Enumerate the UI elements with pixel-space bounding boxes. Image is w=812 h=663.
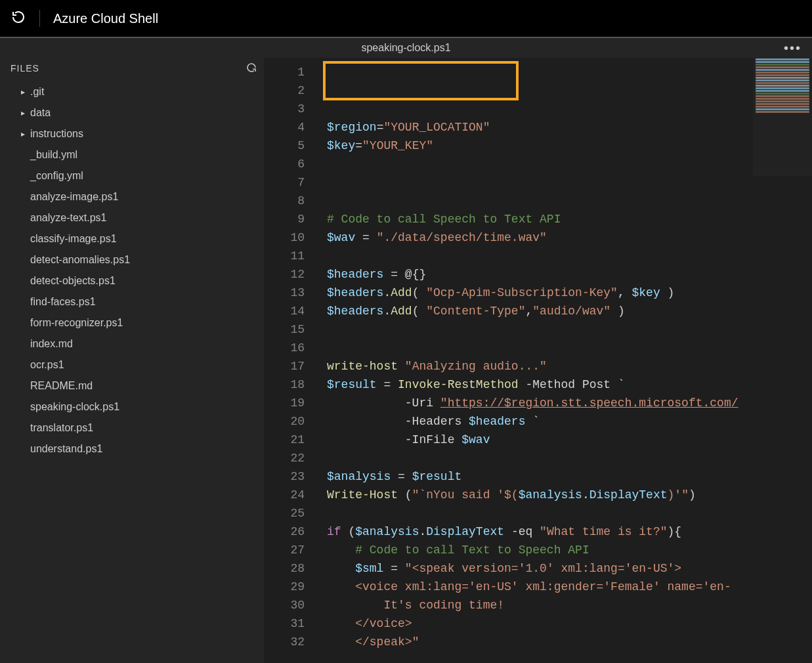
code-line-5[interactable] [327,192,812,210]
reload-icon[interactable] [11,9,26,28]
folder-item-1[interactable]: ▸data [0,102,264,123]
line-number: 25 [264,504,305,523]
line-number: 22 [264,449,305,467]
tab-filename[interactable]: speaking-clock.ps1 [361,42,450,54]
file-item-16[interactable]: translator.ps1 [0,417,264,438]
token-op: -Uri [327,396,440,410]
file-label: _config.yml [30,170,83,182]
code-line-17[interactable]: -Headers $headers ` [327,412,812,431]
file-item-9[interactable]: detect-objects.ps1 [0,270,264,291]
token-op: -eq [504,525,540,538]
line-number: 6 [264,155,305,173]
code-line-6[interactable]: # Code to call Speech to Text API [327,210,812,228]
line-number: 14 [264,302,305,320]
line-number: 1 [264,63,305,81]
line-number: 11 [264,247,305,265]
line-number: 31 [264,614,305,633]
code-line-22[interactable] [327,504,812,523]
token-link: "https://$region.stt.speech.microsoft.co… [440,396,738,410]
line-number: 17 [264,357,305,375]
file-label: classify-image.ps1 [30,233,117,245]
file-item-7[interactable]: classify-image.ps1 [0,228,264,249]
folder-item-2[interactable]: ▸instructions [0,123,264,144]
code-line-12[interactable] [327,320,812,339]
code-line-20[interactable]: $analysis = $result [327,467,812,486]
code-line-4[interactable] [327,173,812,192]
code-area[interactable]: $region="YOUR_LOCATION"$key="YOUR_KEY"# … [316,58,812,663]
line-number: 28 [264,559,305,578]
token-op: -Method Post ` [525,378,624,391]
token-str: "YOUR_KEY" [362,139,433,152]
token-op: -InFile [327,433,461,446]
token-punc: ){ [668,525,682,538]
file-item-6[interactable]: analyze-text.ps1 [0,207,264,228]
token-com: # Code to call Text to Speech API [355,544,589,557]
file-label: detect-anomalies.ps1 [30,254,130,266]
code-line-24[interactable]: # Code to call Text to Speech API [327,541,812,559]
code-line-19[interactable] [327,449,812,467]
file-item-4[interactable]: _config.yml [0,165,264,186]
code-line-29[interactable]: </speak>" [327,633,812,651]
code-line-11[interactable]: $headers.Add( "Content-Type","audio/wav"… [327,302,812,320]
file-item-10[interactable]: find-faces.ps1 [0,291,264,312]
code-line-23[interactable]: if ($analysis.DisplayText -eq "What time… [327,523,812,541]
folder-item-0[interactable]: ▸.git [0,81,264,102]
file-item-15[interactable]: speaking-clock.ps1 [0,396,264,417]
code-line-13[interactable] [327,339,812,357]
code-line-26[interactable]: <voice xml:lang='en-US' xml:gender='Fema… [327,578,812,596]
code-line-30[interactable] [327,651,812,663]
token-op: = [383,562,404,575]
code-line-28[interactable]: </voice> [327,614,812,633]
code-line-18[interactable]: -InFile $wav [327,431,812,449]
file-label: detect-objects.ps1 [30,275,116,287]
line-number: 27 [264,541,305,559]
token-var: DisplayText [426,525,504,538]
refresh-icon[interactable] [246,62,257,75]
code-line-7[interactable]: $wav = "./data/speech/time.wav" [327,228,812,247]
file-item-5[interactable]: analyze-image.ps1 [0,186,264,207]
token-str: <voice xml:lang='en-US' xml:gender='Fema… [355,580,731,593]
file-item-8[interactable]: detect-anomalies.ps1 [0,249,264,270]
token-str: </voice> [355,617,412,630]
sidebar-title: FILES [11,63,39,74]
code-line-27[interactable]: It's coding time! [327,596,812,614]
code-editor[interactable]: 1234567891011121314151617181920212223242… [264,58,812,663]
line-number: 12 [264,265,305,284]
code-line-16[interactable]: -Uri "https://$region.stt.speech.microso… [327,394,812,412]
code-line-2[interactable]: $key="YOUR_KEY" [327,137,812,155]
token-punc: , [618,286,632,299]
token-str: "audio/wav" [532,305,610,318]
file-explorer: FILES ▸.git▸data▸instructions_build.yml_… [0,58,264,663]
file-label: instructions [30,128,83,140]
code-line-14[interactable]: write-host "Analyzing audio..." [327,357,812,375]
token-op: = [391,470,412,483]
file-item-13[interactable]: ocr.ps1 [0,354,264,375]
token-var: DisplayText [589,488,668,502]
files-list: ▸.git▸data▸instructions_build.yml_config… [0,79,264,663]
file-item-3[interactable]: _build.yml [0,144,264,165]
file-item-11[interactable]: form-recognizer.ps1 [0,312,264,333]
token-str: "`nYou said '$( [412,488,519,502]
token-punc: ) [689,488,696,502]
code-line-3[interactable] [327,155,812,173]
token-str: "<speak version='1.0' xml:lang='en-US'> [405,562,681,575]
more-icon[interactable]: ••• [784,41,801,56]
file-item-17[interactable]: understand.ps1 [0,438,264,460]
code-line-1[interactable]: $region="YOUR_LOCATION" [327,118,812,137]
file-item-14[interactable]: README.md [0,375,264,396]
code-line-21[interactable]: Write-Host ("`nYou said '$($analysis.Dis… [327,486,812,504]
file-label: README.md [30,380,93,392]
code-line-15[interactable]: $result = Invoke-RestMethod -Method Post… [327,375,812,394]
token-punc: ( [412,305,427,318]
file-label: form-recognizer.ps1 [30,317,123,329]
code-line-8[interactable] [327,247,812,265]
file-label: .git [30,86,44,98]
file-item-12[interactable]: index.md [0,333,264,354]
token-op: -Headers [327,415,469,428]
title-bar: Azure Cloud Shell [0,0,812,37]
token-var: $wav [327,231,355,244]
code-line-9[interactable]: $headers = @{} [327,265,812,284]
minimap[interactable] [753,58,812,176]
code-line-10[interactable]: $headers.Add( "Ocp-Apim-Subscription-Key… [327,284,812,302]
code-line-25[interactable]: $sml = "<speak version='1.0' xml:lang='e… [327,559,812,578]
